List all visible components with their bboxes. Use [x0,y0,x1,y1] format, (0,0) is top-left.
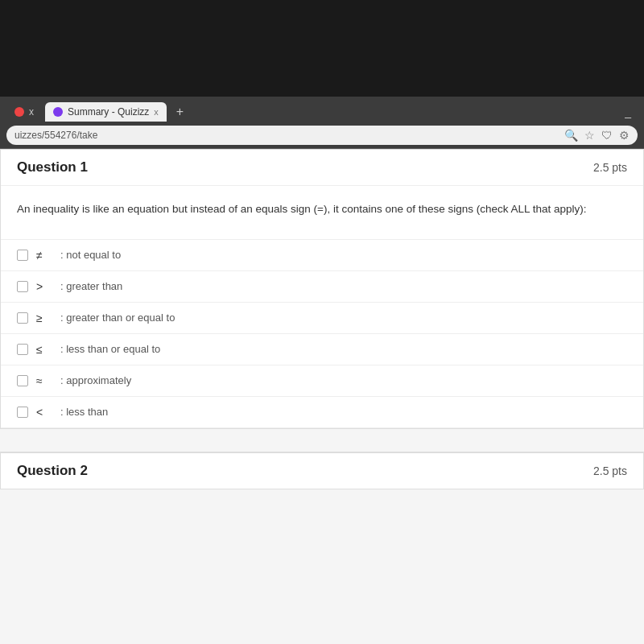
address-bar: uizzes/554276/take 🔍 ☆ 🛡 ⚙ [6,126,638,145]
label-greater-equal: : greater than or equal to [60,312,175,324]
question-1-text: An inequality is like an equation but in… [17,200,627,218]
question-2-header: Question 2 2.5 pts [1,452,643,489]
symbol-approximately: ≈ [36,374,52,387]
checkbox-greater-equal[interactable] [17,312,28,324]
settings-icon[interactable]: ⚙ [619,129,630,142]
label-less-than: : less than [60,406,108,418]
spacer [0,429,644,452]
tab-closed[interactable]: x [6,102,42,122]
options-list: ≠ : not equal to > : greater than ≥ : gr… [1,239,643,428]
tab-bar: x Summary - Quizizz x + _ [0,97,644,122]
search-icon[interactable]: 🔍 [564,129,578,142]
option-not-equal[interactable]: ≠ : not equal to [1,240,643,271]
question-2-pts: 2.5 pts [593,464,627,477]
option-less-equal[interactable]: ≤ : less than or equal to [1,334,643,365]
tab-close-button[interactable]: x [154,107,159,117]
tab-closed-label: x [29,106,34,118]
content-area: Question 1 2.5 pts An inequality is like… [0,149,644,644]
symbol-less-equal: ≤ [36,343,52,356]
symbol-greater-than: > [36,280,52,293]
label-approximately: : approximately [60,374,131,386]
checkbox-less-equal[interactable] [17,344,28,355]
minimize-button[interactable]: _ [618,102,638,122]
label-less-equal: : less than or equal to [60,343,160,355]
option-greater-equal[interactable]: ≥ : greater than or equal to [1,303,643,334]
question-1-title: Question 1 [17,159,88,175]
option-approximately[interactable]: ≈ : approximately [1,365,643,397]
symbol-not-equal: ≠ [36,249,52,262]
browser-chrome: x Summary - Quizizz x + _ uizzes/554276/… [0,97,644,149]
label-not-equal: : not equal to [60,249,121,261]
question-1-header: Question 1 2.5 pts [1,150,643,186]
tab-active-label: Summary - Quizizz [68,106,149,118]
checkbox-greater-than[interactable] [17,281,28,292]
symbol-greater-equal: ≥ [36,312,52,324]
option-greater-than[interactable]: > : greater than [1,271,643,303]
address-icons: 🔍 ☆ 🛡 ⚙ [564,129,630,142]
question-2-card: Question 2 2.5 pts [0,452,644,489]
question-1-pts: 2.5 pts [593,161,627,174]
tab-active[interactable]: Summary - Quizizz x [45,102,167,122]
checkbox-approximately[interactable] [17,375,28,386]
shield-icon: 🛡 [601,129,613,142]
tab-closed-favicon [14,107,24,117]
address-text[interactable]: uizzes/554276/take [14,130,558,141]
top-dark-area [0,0,644,97]
checkbox-not-equal[interactable] [17,250,28,261]
question-1-body: An inequality is like an equation but in… [1,186,643,239]
checkbox-less-than[interactable] [17,407,28,418]
star-icon[interactable]: ☆ [584,129,595,142]
new-tab-button[interactable]: + [170,101,190,122]
tab-active-favicon [53,107,63,117]
label-greater-than: : greater than [60,280,122,292]
option-less-than[interactable]: < : less than [1,397,643,428]
question-2-title: Question 2 [17,463,88,479]
question-1-card: Question 1 2.5 pts An inequality is like… [0,149,644,429]
symbol-less-than: < [36,406,52,419]
